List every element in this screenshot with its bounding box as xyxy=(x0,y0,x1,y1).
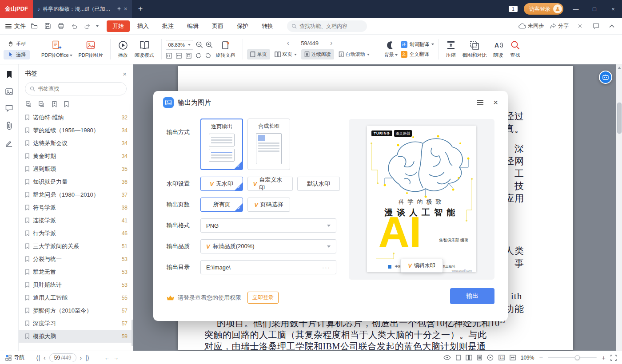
mode-long-image-card[interactable]: 合成长图 xyxy=(247,119,290,170)
zoom-select[interactable]: 08.83% xyxy=(166,40,193,50)
ribbon-tab[interactable]: 开始 xyxy=(107,20,130,32)
edit-watermark-button[interactable]: V 编辑水印 xyxy=(400,259,443,273)
continuous-read-toggle[interactable]: 连续阅读 xyxy=(301,49,334,59)
page-number-input[interactable]: 59 xyxy=(54,355,60,361)
pdf-to-image-button[interactable]: PDF转图片 xyxy=(76,39,106,59)
ai-assistant-button[interactable] xyxy=(599,71,612,84)
bookmark-item[interactable]: 知识就是力量 36 xyxy=(19,175,133,188)
quality-select[interactable]: V标清品质(200%) xyxy=(200,239,336,253)
auto-scroll-toggle[interactable]: 自动滚动 xyxy=(335,49,373,59)
read-aloud-button[interactable]: A 朗读 xyxy=(490,39,507,59)
login-now-button[interactable]: 立即登录 xyxy=(247,292,279,304)
save-icon[interactable] xyxy=(43,21,52,31)
bookmark-item[interactable]: 通用人工智能 55 xyxy=(19,291,133,304)
snapshot-compare-button[interactable]: 截图和对比 xyxy=(459,39,490,59)
notification-badge[interactable]: 1 xyxy=(509,6,518,12)
login-button[interactable]: 访客登录 xyxy=(524,3,563,15)
prev-page-icon[interactable]: ‹ xyxy=(44,354,46,361)
scroll-view-icon[interactable] xyxy=(477,355,482,360)
gear-icon[interactable] xyxy=(575,21,585,31)
background-button[interactable]: 背景 xyxy=(381,40,401,59)
more-actions-caret[interactable] xyxy=(96,25,99,27)
last-page-icon[interactable]: |⟩ xyxy=(85,354,89,361)
dialog-close-icon[interactable]: × xyxy=(493,98,498,107)
watermark-none-button[interactable]: V 无水印 xyxy=(200,177,243,191)
bookmark-item[interactable]: 遇到瓶颈 35 xyxy=(19,162,133,175)
bookmark-item[interactable]: 诺伯特·维纳 32 xyxy=(19,111,133,124)
compress-button[interactable]: 压缩 xyxy=(443,39,459,59)
first-page-icon[interactable]: ⟨| xyxy=(36,354,40,361)
pages-select-button[interactable]: V 页码选择 xyxy=(247,198,290,212)
file-menu[interactable]: 文件 xyxy=(5,22,26,30)
collapse-all-icon[interactable] xyxy=(39,101,45,107)
bookmark-item[interactable]: 三大学派间的关系 51 xyxy=(19,240,133,253)
bookmark-item[interactable]: 模拟大脑 59 xyxy=(19,330,133,343)
full-translate-button[interactable]: 文 全文翻译 xyxy=(401,51,434,58)
fit-page-icon[interactable] xyxy=(185,52,192,59)
bookmark-item[interactable]: 黄金时期 34 xyxy=(19,150,133,162)
zoom-in-button[interactable]: + xyxy=(602,354,606,361)
ribbon-tab[interactable]: 保护 xyxy=(231,20,254,32)
collapse-ribbon-icon[interactable] xyxy=(607,21,617,31)
rotate-left-icon[interactable] xyxy=(195,52,202,59)
zoom-slider[interactable] xyxy=(548,357,597,358)
global-search[interactable] xyxy=(287,20,367,32)
zoom-level[interactable]: 109% xyxy=(521,355,534,361)
slideshow-icon[interactable] xyxy=(487,354,494,361)
bookmark-search-input[interactable] xyxy=(38,86,113,92)
maximize-button[interactable]: □ xyxy=(588,6,601,12)
rotate-doc-button[interactable]: 旋转文档 xyxy=(213,39,239,59)
next-page-icon[interactable]: › xyxy=(330,39,332,47)
bookmark-item[interactable]: 群龙问鼎（1980—2010） 37 xyxy=(19,188,133,201)
document-tab[interactable]: ♪ 科学的极致：漫...df（已加密） × xyxy=(33,0,132,18)
pin-icon[interactable] xyxy=(117,7,121,11)
bookmark-flag-icon[interactable] xyxy=(64,101,69,107)
panel-close-icon[interactable]: × xyxy=(123,70,127,78)
ribbon-tab[interactable]: 页面 xyxy=(206,20,229,32)
bookmark-item[interactable]: 群龙无首 53 xyxy=(19,265,133,278)
sync-status[interactable]: 未同步 xyxy=(518,22,544,30)
book-view-icon[interactable] xyxy=(466,355,472,360)
attachments-panel-icon[interactable] xyxy=(6,122,12,130)
tab-close-icon[interactable]: × xyxy=(124,5,128,12)
page-number-box[interactable]: 59 /449 xyxy=(49,353,76,362)
navigation-toggle[interactable]: 导航 xyxy=(5,354,24,361)
ribbon-tab[interactable]: 批注 xyxy=(156,20,179,32)
ribbon-tab[interactable]: 编辑 xyxy=(181,20,204,32)
watermark-default-button[interactable]: 默认水印 xyxy=(297,177,340,191)
zoom-in-icon[interactable] xyxy=(205,41,213,48)
dialog-menu-icon[interactable] xyxy=(477,99,483,107)
fit-width-icon[interactable] xyxy=(175,52,182,59)
open-icon[interactable] xyxy=(29,21,39,31)
app-logo[interactable]: 金山PDF xyxy=(0,0,33,18)
history-back-icon[interactable]: ← xyxy=(104,355,110,361)
pdf-to-office-button[interactable]: PDF转Office xyxy=(38,39,76,59)
bookmark-item[interactable]: 梦醒何方（2010至今） 57 xyxy=(19,304,133,317)
redo-icon[interactable] xyxy=(83,21,92,31)
bookmark-item[interactable]: 梦的延续（1956—1980） 34 xyxy=(19,124,133,137)
format-select[interactable]: PNG xyxy=(200,218,336,233)
word-translate-button[interactable]: 译 划词翻译 xyxy=(401,41,434,48)
expand-all-icon[interactable] xyxy=(26,101,32,107)
minimize-button[interactable]: — xyxy=(570,6,582,12)
mode-per-page-card[interactable]: 逐页输出 xyxy=(200,119,243,170)
fit-width-icon[interactable] xyxy=(510,355,516,360)
read-mode-button[interactable]: 阅读模式 xyxy=(132,39,157,59)
bookmark-item[interactable]: 符号学派 38 xyxy=(19,201,133,214)
share-button[interactable]: 分享 xyxy=(550,22,569,30)
export-button[interactable]: 输出 xyxy=(450,288,494,304)
browse-folder-icon[interactable]: ··· xyxy=(322,264,331,271)
feedback-icon[interactable] xyxy=(591,21,601,31)
comments-panel-icon[interactable] xyxy=(5,105,13,112)
ribbon-tab[interactable]: 转换 xyxy=(256,20,279,32)
next-page-icon[interactable]: › xyxy=(80,354,82,361)
bookmark-item[interactable]: 深度学习 57 xyxy=(19,317,133,330)
bookmarks-panel-icon[interactable] xyxy=(6,71,13,79)
thumbnails-panel-icon[interactable] xyxy=(5,88,13,95)
history-forward-icon[interactable]: → xyxy=(113,355,119,361)
prev-page-icon[interactable]: ‹ xyxy=(287,39,289,47)
bookmark-item[interactable]: 分裂与统一 53 xyxy=(19,253,133,265)
zoom-out-icon[interactable] xyxy=(195,41,203,48)
global-search-input[interactable] xyxy=(299,23,359,29)
single-page-toggle[interactable]: 单页 xyxy=(247,49,270,59)
